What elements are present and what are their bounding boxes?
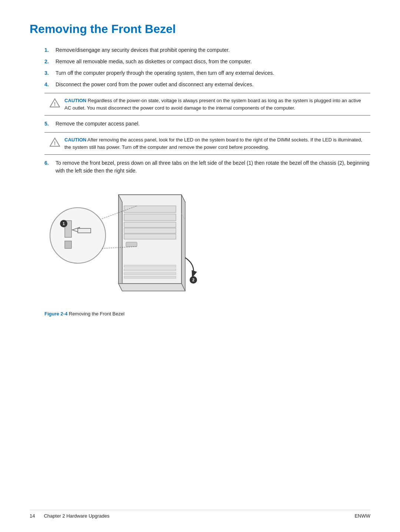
svg-marker-7 xyxy=(119,195,122,291)
caution-icon-2: ! xyxy=(50,137,60,148)
svg-rect-12 xyxy=(124,228,176,233)
step-text: To remove the front bezel, press down on… xyxy=(56,159,370,175)
svg-rect-17 xyxy=(124,272,176,275)
step-number: 5. xyxy=(44,120,56,128)
computer-illustration: 2 1 xyxy=(44,184,200,310)
svg-rect-14 xyxy=(126,242,137,247)
step-text: Turn off the computer properly through t… xyxy=(56,69,370,77)
svg-text:2: 2 xyxy=(192,278,194,282)
page-title: Removing the Front Bezel xyxy=(30,22,370,36)
caution-box-1: ! CAUTION Regardless of the power-on sta… xyxy=(44,93,370,116)
steps-list: 1. Remove/disengage any security devices… xyxy=(44,46,370,88)
svg-marker-5 xyxy=(181,195,185,291)
svg-rect-11 xyxy=(124,222,176,227)
list-item: 6. To remove the front bezel, press down… xyxy=(44,159,370,175)
svg-text:1: 1 xyxy=(63,221,65,226)
step-text: Remove/disengage any security devices th… xyxy=(56,46,370,54)
step-number: 1. xyxy=(44,46,56,54)
figure-area: 2 1 xyxy=(44,184,370,317)
svg-text:!: ! xyxy=(54,140,56,146)
caution-body-2: After removing the access panel, look fo… xyxy=(64,137,362,150)
step-number: 2. xyxy=(44,58,56,66)
svg-rect-13 xyxy=(124,234,176,239)
footer-right: ENWW xyxy=(354,513,370,519)
caution-text-2: CAUTION After removing the access panel,… xyxy=(64,136,365,151)
page-footer: 14 Chapter 2 Hardware Upgrades ENWW xyxy=(30,510,370,519)
figure-caption-text: Removing the Front Bezel xyxy=(67,311,124,317)
step6-list: 6. To remove the front bezel, press down… xyxy=(44,159,370,175)
step-text: Disconnect the power cord from the power… xyxy=(56,81,370,88)
svg-rect-25 xyxy=(65,241,71,248)
svg-marker-8 xyxy=(119,284,185,291)
caution-icon: ! xyxy=(50,98,60,109)
list-item: 2. Remove all removable media, such as d… xyxy=(44,58,370,66)
page-content: Removing the Front Bezel 1. Remove/disen… xyxy=(0,0,400,349)
caution-body-1: Regardless of the power-on state, voltag… xyxy=(64,98,361,111)
svg-rect-9 xyxy=(124,206,176,213)
caution-label-2: CAUTION xyxy=(64,137,86,143)
step-text: Remove the computer access panel. xyxy=(56,120,370,128)
caution-box-2: ! CAUTION After removing the access pane… xyxy=(44,132,370,155)
footer-left: 14 Chapter 2 Hardware Upgrades xyxy=(30,513,110,519)
caution-text-1: CAUTION Regardless of the power-on state… xyxy=(64,97,365,111)
step-number: 3. xyxy=(44,69,56,77)
list-item: 5. Remove the computer access panel. xyxy=(44,120,370,128)
step-number: 4. xyxy=(44,81,56,88)
svg-text:!: ! xyxy=(54,101,56,107)
svg-rect-27 xyxy=(78,228,91,233)
list-item: 4. Disconnect the power cord from the po… xyxy=(44,81,370,88)
footer-chapter: Chapter 2 Hardware Upgrades xyxy=(44,513,109,519)
svg-rect-15 xyxy=(124,265,176,267)
figure-caption-link: Figure 2-4 xyxy=(44,311,67,317)
step-number: 6. xyxy=(44,159,56,167)
svg-point-22 xyxy=(50,208,106,263)
svg-rect-10 xyxy=(124,214,176,221)
svg-rect-16 xyxy=(124,269,176,271)
footer-page-num: 14 xyxy=(30,513,35,519)
list-item: 1. Remove/disengage any security devices… xyxy=(44,46,370,54)
step5-list: 5. Remove the computer access panel. xyxy=(44,120,370,128)
figure-caption: Figure 2-4 Removing the Front Bezel xyxy=(44,311,124,317)
svg-rect-18 xyxy=(124,276,176,278)
list-item: 3. Turn off the computer properly throug… xyxy=(44,69,370,77)
caution-label-1: CAUTION xyxy=(64,98,86,103)
step-text: Remove all removable media, such as disk… xyxy=(56,58,370,66)
